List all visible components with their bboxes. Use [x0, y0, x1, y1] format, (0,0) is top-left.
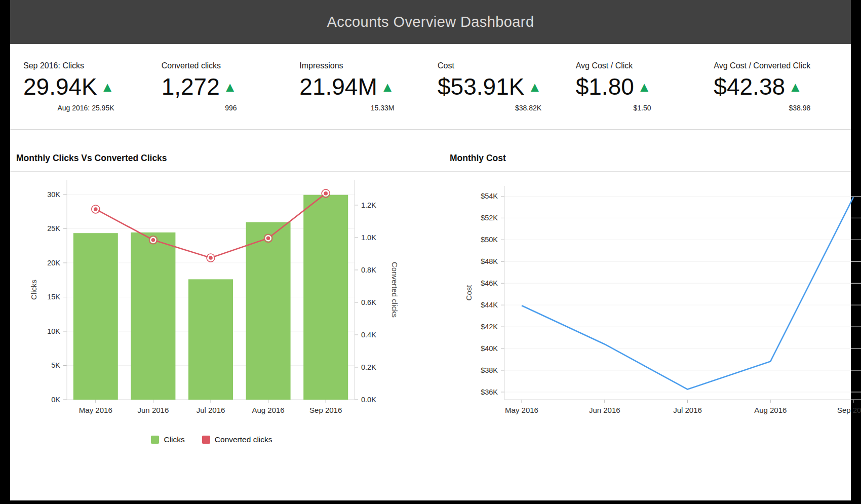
clicks-vs-converted-clicks-chart: 0K5K10K15K20K25K30K0.0K0.2K0.4K0.6K0.8K1…: [24, 172, 399, 425]
svg-text:10K: 10K: [47, 327, 60, 335]
kpi-value: 1,272: [162, 73, 220, 100]
kpi-value: 29.94K: [23, 73, 97, 100]
svg-text:$54K: $54K: [481, 192, 498, 200]
svg-text:Converted clicks: Converted clicks: [390, 262, 399, 318]
kpi-row: Sep 2016: Clicks 29.94K▲ Aug 2016: 25.95…: [10, 44, 851, 112]
charts-body: 0K5K10K15K20K25K30K0.0K0.2K0.4K0.6K0.8K1…: [10, 172, 851, 444]
clicks-swatch-icon: [151, 436, 159, 444]
svg-text:0.4K: 0.4K: [361, 331, 376, 339]
svg-text:Jun 2016: Jun 2016: [589, 406, 620, 414]
clicks-chart-title: Monthly Clicks Vs Converted Clicks: [16, 153, 450, 164]
kpi-value: $42.38: [714, 73, 785, 100]
kpi-label: Impressions: [299, 61, 394, 70]
legend-label: Converted clicks: [215, 435, 272, 444]
svg-text:Sep 2016: Sep 2016: [837, 406, 861, 414]
svg-text:$52K: $52K: [481, 214, 498, 222]
kpi-label: Converted clicks: [162, 61, 237, 70]
cost-chart-title: Monthly Cost: [450, 153, 506, 164]
trend-up-icon: ▲: [223, 80, 237, 95]
svg-text:$44K: $44K: [481, 301, 498, 309]
svg-text:$50K: $50K: [481, 236, 498, 244]
svg-text:1.2K: 1.2K: [361, 201, 376, 209]
svg-text:1.0K: 1.0K: [361, 234, 376, 242]
svg-text:25K: 25K: [47, 224, 60, 232]
svg-text:15K: 15K: [47, 293, 60, 301]
trend-up-icon: ▲: [789, 80, 802, 95]
svg-text:Cost: Cost: [464, 285, 473, 301]
svg-text:Jul 2016: Jul 2016: [673, 406, 702, 414]
svg-text:Clicks: Clicks: [29, 280, 38, 300]
kpi-avg-cost-per-click: Avg Cost / Click $1.80▲ $1.50: [569, 61, 707, 112]
kpi-previous-value: 996: [162, 104, 237, 112]
trend-up-icon: ▲: [381, 80, 395, 95]
svg-text:May 2016: May 2016: [79, 406, 112, 414]
kpi-value: $1.80: [576, 73, 634, 100]
trend-up-icon: ▲: [638, 80, 651, 95]
kpi-label: Avg Cost / Click: [576, 61, 651, 70]
chart-legend: Clicks Converted clicks: [24, 435, 399, 444]
dashboard-card: Accounts Overview Dashboard Sep 2016: Cl…: [10, 0, 851, 500]
svg-text:Jun 2016: Jun 2016: [138, 406, 169, 414]
svg-text:0.2K: 0.2K: [361, 363, 376, 371]
kpi-label: Avg Cost / Converted Click: [714, 61, 810, 70]
kpi-impressions: Impressions 21.94M▲ 15.33M: [292, 61, 430, 112]
charts-header: Monthly Clicks Vs Converted Clicks Month…: [10, 130, 851, 172]
kpi-previous-value: Aug 2016: 25.95K: [23, 104, 114, 112]
monthly-cost-chart: $36K$38K$40K$42K$44K$46K$48K$50K$52K$54K…: [456, 172, 861, 425]
svg-text:0.8K: 0.8K: [361, 266, 376, 274]
svg-text:Aug 2016: Aug 2016: [252, 406, 284, 414]
svg-text:30K: 30K: [47, 190, 60, 199]
svg-text:5K: 5K: [51, 361, 60, 369]
kpi-avg-cost-per-converted-click: Avg Cost / Converted Click $42.38▲ $38.9…: [707, 61, 845, 112]
legend-item-converted-clicks: Converted clicks: [202, 435, 272, 444]
kpi-converted-clicks: Converted clicks 1,272▲ 996: [154, 61, 293, 112]
page-title: Accounts Overview Dashboard: [327, 14, 534, 30]
kpi-clicks: Sep 2016: Clicks 29.94K▲ Aug 2016: 25.95…: [16, 61, 154, 112]
svg-text:Sep 2016: Sep 2016: [309, 406, 342, 414]
svg-text:$38K: $38K: [481, 366, 498, 374]
svg-text:Aug 2016: Aug 2016: [754, 406, 787, 414]
legend-label: Clicks: [164, 435, 184, 444]
trend-up-icon: ▲: [101, 80, 114, 95]
clicks-chart-panel: 0K5K10K15K20K25K30K0.0K0.2K0.4K0.6K0.8K1…: [10, 172, 399, 444]
kpi-cost: Cost $53.91K▲ $38.82K: [430, 61, 569, 112]
svg-text:Jul 2016: Jul 2016: [197, 406, 225, 414]
svg-text:$40K: $40K: [481, 344, 498, 353]
svg-text:20K: 20K: [47, 259, 60, 267]
svg-text:$36K: $36K: [481, 388, 498, 396]
kpi-previous-value: 15.33M: [299, 104, 394, 112]
svg-text:$42K: $42K: [481, 323, 498, 331]
trend-up-icon: ▲: [528, 80, 541, 95]
kpi-previous-value: $38.82K: [438, 104, 541, 112]
kpi-previous-value: $1.50: [576, 104, 651, 112]
svg-text:$48K: $48K: [481, 257, 498, 265]
svg-text:May 2016: May 2016: [505, 406, 538, 414]
svg-text:0K: 0K: [51, 396, 60, 404]
kpi-value: $53.91K: [438, 73, 524, 100]
app-header: Accounts Overview Dashboard: [10, 0, 851, 44]
kpi-value: 21.94M: [299, 73, 377, 100]
legend-item-clicks: Clicks: [151, 435, 184, 444]
svg-text:0.6K: 0.6K: [361, 298, 376, 306]
kpi-previous-value: $38.98: [714, 104, 810, 112]
svg-text:$46K: $46K: [481, 279, 498, 287]
svg-text:0.0K: 0.0K: [361, 396, 376, 404]
converted-clicks-swatch-icon: [202, 436, 210, 444]
kpi-label: Cost: [438, 61, 541, 70]
kpi-label: Sep 2016: Clicks: [23, 61, 114, 70]
cost-chart-panel: $36K$38K$40K$42K$44K$46K$48K$50K$52K$54K…: [456, 172, 861, 427]
